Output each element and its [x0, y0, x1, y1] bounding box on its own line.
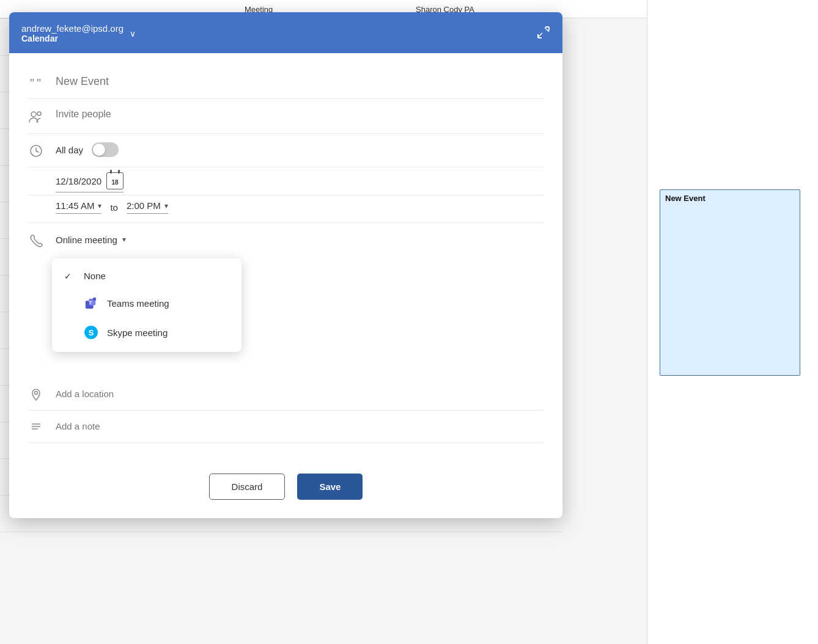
skype-icon: S — [84, 325, 98, 340]
svg-text:T: T — [89, 300, 92, 306]
calendar-date-icon[interactable]: 18 — [106, 172, 123, 189]
dropdown-item-teams[interactable]: ✓ T Teams meeting — [52, 288, 241, 318]
none-label: None — [84, 271, 106, 281]
teams-label: Teams meeting — [107, 298, 169, 309]
date-input-wrap[interactable]: 12/18/2020 18 — [56, 172, 123, 192]
invite-content[interactable] — [56, 108, 544, 121]
title-icon: " " — [28, 74, 45, 90]
calendar-day-number: 18 — [112, 179, 119, 186]
svg-point-9 — [37, 112, 41, 115]
location-row — [28, 378, 544, 411]
online-meeting-chevron-icon: ▾ — [122, 235, 126, 244]
svg-line-5 — [538, 33, 542, 37]
end-time-select[interactable]: 2:00 PM ▾ — [127, 200, 168, 214]
allday-label: All day — [56, 145, 83, 155]
start-time-select[interactable]: 11:45 AM ▾ — [56, 200, 101, 214]
end-time-value: 2:00 PM — [127, 200, 161, 211]
svg-point-17 — [35, 392, 38, 395]
svg-text:": " — [30, 76, 34, 90]
account-name: andrew_fekete@ipsd.org — [21, 23, 123, 34]
discard-button[interactable]: Discard — [209, 474, 286, 500]
start-time-chevron-icon: ▾ — [98, 202, 101, 210]
svg-point-8 — [31, 112, 36, 117]
grid-line — [0, 532, 562, 568]
date-row: 12/18/2020 18 — [28, 167, 544, 196]
notes-row — [28, 411, 544, 443]
invite-people-input[interactable] — [56, 108, 544, 121]
location-input[interactable] — [56, 389, 544, 399]
svg-text:": " — [37, 76, 41, 90]
toggle-knob — [93, 144, 105, 156]
none-checkmark: ✓ — [64, 271, 75, 281]
start-time-value: 11:45 AM — [56, 200, 94, 211]
dropdown-item-none[interactable]: ✓ None — [52, 263, 241, 288]
people-icon — [28, 108, 45, 125]
new-event-modal: andrew_fekete@ipsd.org Calendar ∨ " " — [9, 12, 562, 518]
time-row: 11:45 AM ▾ to 2:00 PM ▾ — [28, 196, 544, 223]
location-icon — [28, 387, 45, 401]
modal-footer: Discard Save — [9, 461, 562, 518]
title-content[interactable] — [56, 74, 544, 89]
modal-header: andrew_fekete@ipsd.org Calendar ∨ — [9, 12, 562, 53]
notes-input[interactable] — [56, 421, 544, 431]
save-button[interactable]: Save — [297, 474, 363, 500]
svg-point-16 — [93, 298, 97, 301]
invite-row — [28, 99, 544, 134]
event-title-input[interactable] — [56, 74, 544, 89]
location-content[interactable] — [56, 389, 544, 400]
allday-row: All day — [28, 134, 544, 167]
svg-line-2 — [545, 27, 549, 32]
dropdown-item-skype[interactable]: ✓ S Skype meeting — [52, 318, 241, 347]
time-to-label: to — [110, 202, 118, 213]
online-meeting-label: Online meeting — [56, 235, 117, 245]
title-row: " " — [28, 65, 544, 99]
notes-content[interactable] — [56, 421, 544, 432]
calendar-sublabel: Calendar — [21, 34, 123, 43]
online-meeting-dropdown: ✓ None ✓ T Teams meeting — [52, 258, 241, 352]
phone-icon — [28, 232, 45, 247]
modal-body: " " — [9, 53, 562, 461]
right-panel: New Event — [647, 0, 818, 644]
allday-content: All day — [56, 142, 544, 157]
date-value: 12/18/2020 — [56, 176, 101, 186]
online-meeting-row: Online meeting ▾ ✓ None ✓ T — [28, 223, 544, 256]
expand-icon[interactable] — [537, 26, 550, 41]
header-left: andrew_fekete@ipsd.org Calendar ∨ — [21, 23, 136, 43]
online-meeting-button[interactable]: Online meeting ▾ — [56, 235, 126, 245]
skype-label: Skype meeting — [107, 327, 168, 338]
svg-line-12 — [36, 151, 39, 152]
new-event-block-label: New Event — [660, 190, 800, 207]
allday-toggle[interactable] — [92, 142, 119, 157]
teams-icon: T — [84, 296, 98, 310]
clock-icon — [28, 142, 45, 158]
end-time-chevron-icon: ▾ — [164, 202, 168, 210]
meeting-row-inner: Online meeting ▾ — [28, 223, 544, 256]
header-account: andrew_fekete@ipsd.org Calendar — [21, 23, 123, 43]
new-event-calendar-block: New Event — [660, 189, 800, 376]
account-chevron-icon[interactable]: ∨ — [130, 29, 136, 38]
notes-icon — [28, 419, 45, 434]
